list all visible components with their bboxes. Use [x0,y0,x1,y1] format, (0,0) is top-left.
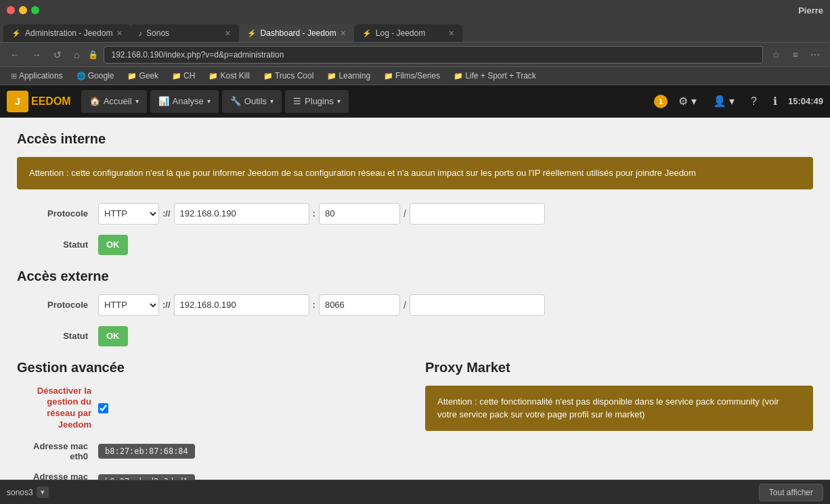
ip-externe-input[interactable] [174,294,309,316]
slash-interne: / [403,208,406,219]
tab-favicon-log: ⚡ [362,29,372,38]
outils-caret: ▾ [270,97,274,105]
desactiver-row: Désactiver la gestion du réseau par Jeed… [17,386,405,432]
eth0-controls: b8:27:eb:87:68:84 [98,444,405,459]
bookmarks-bar: ⊞ Applications 🌐 Google 📁 Geek 📁 CH 📁 Ko… [0,66,830,85]
wlan0-controls: b8:27:eb:d2:3d:d1 [98,474,405,480]
port-interne-input[interactable] [319,203,400,225]
tab-close-sonos[interactable]: × [225,28,230,39]
wlan0-row: Adresse mac wlan0 b8:27:eb:d2:3d:d1 [17,472,405,480]
address-input[interactable] [104,46,762,64]
gestion-avancee-title: Gestion avancée [17,360,405,375]
browser-titlebar: Pierre [0,0,830,20]
outils-icon: 🔧 [230,96,241,106]
folder-films-icon: 📁 [384,72,393,81]
tab-favicon-sonos: ♪ [139,29,143,37]
desactiver-label: Désactiver la gestion du réseau par Jeed… [17,386,98,432]
logo-icon: J [7,91,28,112]
close-button[interactable] [7,6,15,14]
colon-externe: : [313,300,315,310]
tout-afficher-button[interactable]: Tout afficher [759,484,823,501]
desactiver-label-line1: Désactiver la gestion du [37,386,91,407]
header-time: 15:04:49 [788,96,823,106]
ip-interne-input[interactable] [174,203,309,225]
notification-badge[interactable]: 1 [654,95,668,108]
back-button[interactable]: ← [7,48,23,62]
help-btn[interactable]: ? [745,91,762,112]
accueil-caret: ▾ [135,97,139,105]
protocole-externe-row: Protocole HTTP HTTPS :// : / [17,294,813,316]
tab-close-log[interactable]: × [449,28,454,39]
tab-administration[interactable]: ⚡ Administration - Jeedom × [3,24,131,42]
tab-label-log: Log - Jeedom [376,28,425,38]
analyse-caret: ▾ [207,97,211,105]
tab-close-admin[interactable]: × [116,28,122,39]
bookmark-kostkill[interactable]: 📁 Kost Kill [203,70,255,82]
bookmark-geek[interactable]: 📁 Geek [122,70,164,82]
minimize-button[interactable] [19,6,27,14]
info-btn[interactable]: ℹ [768,91,783,112]
tab-log[interactable]: ⚡ Log - Jeedom × [354,24,462,42]
folder-learning-icon: 📁 [327,72,336,81]
main-content: Accès interne Attention : cette configur… [0,118,830,480]
jeedom-logo[interactable]: J EEDOM [7,91,71,112]
eth0-mac-badge: b8:27:eb:87:68:84 [98,444,195,459]
refresh-button[interactable]: ↺ [50,48,65,62]
bookmark-star-icon[interactable]: ☆ [768,48,784,62]
path-externe-input[interactable] [410,294,545,316]
settings-icon[interactable]: ⋯ [807,48,823,62]
statut-externe-ok-btn[interactable]: OK [98,326,128,346]
tab-sonos[interactable]: ♪ Sonos × [131,24,239,42]
user-btn[interactable]: 👤 ▾ [707,91,740,112]
protocole-interne-controls: HTTP HTTPS :// : / [98,203,813,225]
tab-close-dashboard[interactable]: × [341,28,346,39]
acces-interne-alert: Attention : cette configuration n'est là… [17,157,813,189]
folder-kostkill-icon: 📁 [209,72,218,81]
status-caret-btn[interactable]: ▾ [37,486,49,498]
bookmark-learning[interactable]: 📁 Learning [322,70,376,82]
bookmark-google[interactable]: 🌐 Google [71,70,120,82]
path-interne-input[interactable] [410,203,545,225]
bookmark-ch[interactable]: 📁 CH [167,70,200,82]
protocole-externe-label: Protocole [17,300,98,310]
bookmark-trucscool[interactable]: 📁 Trucs Cool [258,70,320,82]
port-externe-input[interactable] [319,294,400,316]
bookmark-life-label: Life + Sport + Track [465,71,536,81]
window-controls [7,6,39,14]
desactiver-label-line2: réseau par Jeedom [47,408,91,430]
proto-sep-externe: :// [162,300,171,310]
accueil-menu[interactable]: 🏠 Accueil ▾ [81,90,147,113]
colon-interne: : [313,208,315,219]
google-icon: 🌐 [77,72,86,81]
tab-label-dashboard: Dashboard - Jeedom [261,28,336,38]
analyse-label: Analyse [173,96,204,106]
folder-geek-icon: 📁 [127,72,137,81]
home-button[interactable]: ⌂ [70,48,83,62]
gear-settings-btn[interactable]: ⚙ ▾ [673,91,701,112]
maximize-button[interactable] [31,6,39,14]
acces-interne-section: Accès interne Attention : cette configur… [17,131,813,255]
protocol-interne-select[interactable]: HTTP HTTPS [98,203,159,225]
plugins-menu[interactable]: ☰ Plugins ▾ [285,90,349,113]
desactiver-controls [98,403,405,413]
proxy-market-section: Proxy Market Attention : cette fonctionn… [425,360,813,480]
statut-interne-ok-btn[interactable]: OK [98,235,128,255]
status-bar: sonos3 ▾ Tout afficher [0,480,830,504]
outils-menu[interactable]: 🔧 Outils ▾ [222,90,282,113]
bookmark-kostkill-label: Kost Kill [220,71,249,81]
bottom-section: Gestion avancée Désactiver la gestion du… [17,360,813,480]
reader-mode-icon[interactable]: ≡ [789,48,802,62]
bookmark-geek-label: Geek [139,71,158,81]
protocol-externe-select[interactable]: HTTP HTTPS [98,294,159,316]
lock-icon: 🔒 [88,50,98,60]
bookmark-life[interactable]: 📁 Life + Sport + Track [448,70,542,82]
proto-sep-interne: :// [162,208,171,219]
browser-tabs: ⚡ Administration - Jeedom × ♪ Sonos × ⚡ … [0,20,830,42]
desactiver-checkbox[interactable] [98,403,108,413]
analyse-menu[interactable]: 📊 Analyse ▾ [150,90,219,113]
acces-interne-title: Accès interne [17,131,813,147]
forward-button[interactable]: → [28,48,45,62]
bookmark-films[interactable]: 📁 Films/Series [378,70,445,82]
bookmark-applications[interactable]: ⊞ Applications [5,70,68,82]
tab-dashboard[interactable]: ⚡ Dashboard - Jeedom × [239,24,354,42]
